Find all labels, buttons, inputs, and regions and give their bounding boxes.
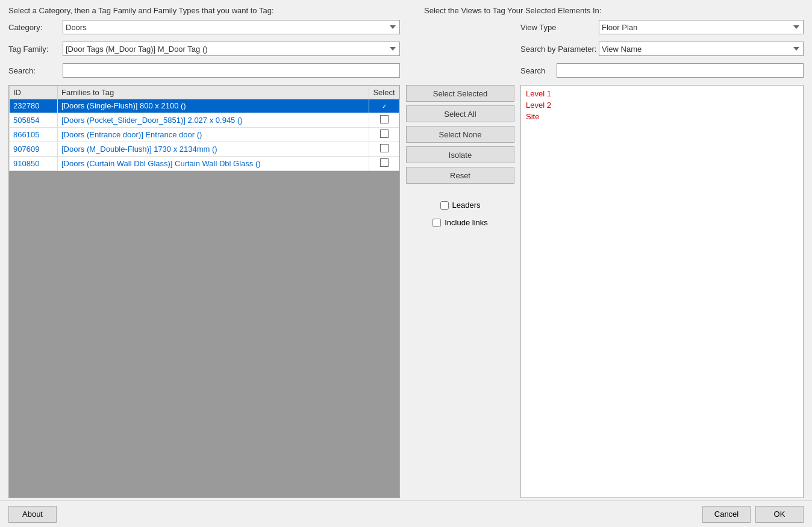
category-label: Category: bbox=[8, 23, 63, 32]
about-button[interactable]: About bbox=[8, 506, 57, 523]
id-cell: 232780 bbox=[10, 99, 58, 113]
top-description: Select a Category, then a Tag Family and… bbox=[0, 0, 812, 17]
select-cell[interactable] bbox=[369, 142, 399, 156]
row-checkbox[interactable] bbox=[380, 102, 389, 111]
select-cell[interactable] bbox=[369, 156, 399, 170]
select-none-button[interactable]: Select None bbox=[406, 126, 514, 143]
table-row[interactable]: 232780 [Doors (Single-Flush)] 800 x 2100… bbox=[10, 99, 399, 113]
bottom-bar: About Cancel OK bbox=[0, 500, 812, 527]
include-links-checkbox[interactable] bbox=[433, 219, 441, 227]
id-cell: 907609 bbox=[10, 142, 58, 156]
id-column-header: ID bbox=[10, 86, 58, 99]
search-label: Search: bbox=[8, 66, 63, 75]
category-select[interactable]: Doors bbox=[63, 20, 400, 34]
select-all-button[interactable]: Select All bbox=[406, 105, 514, 122]
tag-family-label: Tag Family: bbox=[8, 45, 63, 54]
bottom-left: About bbox=[8, 506, 57, 523]
tag-family-select[interactable]: [Door Tags (M_Door Tag)] M_Door Tag () bbox=[63, 42, 400, 56]
search-by-param-row: Search by Parameter: View Name bbox=[520, 42, 804, 56]
search-by-param-label: Search by Parameter: bbox=[520, 45, 599, 54]
id-cell: 866105 bbox=[10, 127, 58, 142]
families-table-wrapper: ID Families to Tag Select 232780 [Doors … bbox=[8, 85, 400, 498]
views-list: Level 1Level 2Site bbox=[520, 85, 804, 498]
select-column-header: Select bbox=[369, 86, 399, 99]
select-cell[interactable] bbox=[369, 127, 399, 142]
view-list-item[interactable]: Site bbox=[523, 111, 801, 122]
ok-button[interactable]: OK bbox=[755, 506, 804, 523]
middle-buttons: Select Selected Select All Select None I… bbox=[400, 85, 520, 498]
include-links-label: Include links bbox=[445, 218, 488, 227]
families-column-header: Families to Tag bbox=[58, 86, 369, 99]
row-checkbox[interactable] bbox=[380, 129, 389, 138]
select-cell[interactable] bbox=[369, 113, 399, 127]
table-row[interactable]: 907609 [Doors (M_Double-Flush)] 1730 x 2… bbox=[10, 142, 399, 156]
table-row[interactable]: 910850 [Doors (Curtain Wall Dbl Glass)] … bbox=[10, 156, 399, 170]
view-list-item[interactable]: Level 2 bbox=[523, 99, 801, 111]
view-search-input[interactable] bbox=[557, 63, 804, 78]
view-search-label: Search bbox=[520, 66, 557, 75]
table-row[interactable]: 505854 [Doors (Pocket_Slider_Door_5851)]… bbox=[10, 113, 399, 127]
family-cell: [Doors (Single-Flush)] 800 x 2100 () bbox=[58, 99, 369, 113]
bottom-right: Cancel OK bbox=[702, 506, 804, 523]
leaders-row: Leaders bbox=[440, 201, 481, 210]
families-table: ID Families to Tag Select 232780 [Doors … bbox=[9, 86, 399, 171]
left-form: Category: Doors Tag Family: [Door Tags (… bbox=[8, 20, 400, 83]
family-cell: [Doors (M_Double-Flush)] 1730 x 2134mm (… bbox=[58, 142, 369, 156]
view-search-row: Search bbox=[520, 63, 804, 78]
select-selected-button[interactable]: Select Selected bbox=[406, 85, 514, 102]
family-cell: [Doors (Curtain Wall Dbl Glass)] Curtain… bbox=[58, 156, 369, 170]
cancel-button[interactable]: Cancel bbox=[702, 506, 751, 523]
views-section: Level 1Level 2Site bbox=[520, 85, 804, 498]
id-cell: 505854 bbox=[10, 113, 58, 127]
tag-family-row: Tag Family: [Door Tags (M_Door Tag)] M_D… bbox=[8, 42, 400, 56]
row-checkbox[interactable] bbox=[380, 158, 389, 167]
search-row: Search: bbox=[8, 63, 400, 78]
right-section-title: Select the Views to Tag Your Selected El… bbox=[424, 6, 601, 15]
search-input[interactable] bbox=[63, 63, 400, 78]
leaders-checkbox[interactable] bbox=[440, 201, 449, 210]
family-cell: [Doors (Pocket_Slider_Door_5851)] 2.027 … bbox=[58, 113, 369, 127]
right-form: View Type Floor Plan Search by Parameter… bbox=[520, 20, 804, 83]
search-by-param-select[interactable]: View Name bbox=[599, 42, 804, 56]
category-row: Category: Doors bbox=[8, 20, 400, 34]
reset-button[interactable]: Reset bbox=[406, 167, 514, 184]
table-row[interactable]: 866105 [Doors (Entrance door)] Entrance … bbox=[10, 127, 399, 142]
view-type-select[interactable]: Floor Plan bbox=[599, 20, 804, 34]
left-section-title: Select a Category, then a Tag Family and… bbox=[8, 6, 274, 15]
select-cell[interactable] bbox=[369, 99, 399, 113]
view-list-item[interactable]: Level 1 bbox=[523, 88, 801, 99]
main-content: ID Families to Tag Select 232780 [Doors … bbox=[0, 83, 812, 500]
row-checkbox[interactable] bbox=[380, 115, 389, 123]
leaders-label: Leaders bbox=[452, 201, 481, 210]
isolate-button[interactable]: Isolate bbox=[406, 146, 514, 163]
dialog: Select a Category, then a Tag Family and… bbox=[0, 0, 812, 527]
id-cell: 910850 bbox=[10, 156, 58, 170]
family-cell: [Doors (Entrance door)] Entrance door () bbox=[58, 127, 369, 142]
view-type-row: View Type Floor Plan bbox=[520, 20, 804, 34]
include-links-row: Include links bbox=[433, 218, 488, 227]
view-type-label: View Type bbox=[520, 23, 599, 32]
row-checkbox[interactable] bbox=[380, 144, 389, 152]
table-section: ID Families to Tag Select 232780 [Doors … bbox=[8, 85, 400, 498]
